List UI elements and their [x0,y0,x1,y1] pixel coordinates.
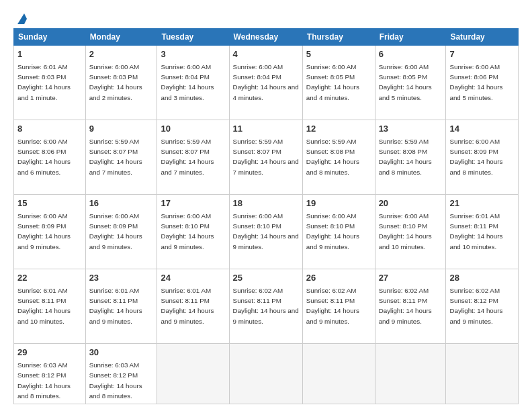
day-info: Sunrise: 6:00 AMSunset: 8:04 PMDaylight:… [233,63,299,101]
calendar-header-wednesday: Wednesday [229,29,302,46]
day-number: 5 [306,48,371,61]
day-info: Sunrise: 6:00 AMSunset: 8:03 PMDaylight:… [89,63,142,101]
day-number: 14 [449,123,515,136]
logo-icon [15,12,27,24]
header [13,12,519,21]
day-info: Sunrise: 5:59 AMSunset: 8:07 PMDaylight:… [161,138,214,176]
day-info: Sunrise: 5:59 AMSunset: 8:07 PMDaylight:… [233,138,299,176]
day-info: Sunrise: 6:01 AMSunset: 8:11 PMDaylight:… [161,287,214,325]
calendar-cell: 11 Sunrise: 5:59 AMSunset: 8:07 PMDaylig… [229,120,302,195]
day-info: Sunrise: 6:02 AMSunset: 8:12 PMDaylight:… [449,287,502,325]
day-number: 26 [306,272,371,285]
calendar-cell [302,344,375,404]
day-number: 9 [89,123,154,136]
day-number: 18 [233,197,299,210]
day-info: Sunrise: 5:59 AMSunset: 8:07 PMDaylight:… [89,138,142,176]
day-number: 10 [161,123,225,136]
calendar-cell [229,344,302,404]
calendar-header-sunday: Sunday [14,29,86,46]
calendar-cell: 8 Sunrise: 6:00 AMSunset: 8:06 PMDayligh… [14,120,86,195]
day-info: Sunrise: 5:59 AMSunset: 8:08 PMDaylight:… [306,138,359,176]
calendar-header-monday: Monday [85,29,157,46]
calendar-cell: 30 Sunrise: 6:03 AMSunset: 8:12 PMDaylig… [85,344,157,404]
calendar-body: 1 Sunrise: 6:01 AMSunset: 8:03 PMDayligh… [14,46,519,404]
day-info: Sunrise: 6:00 AMSunset: 8:06 PMDaylight:… [449,63,502,101]
day-number: 22 [17,272,82,285]
calendar-week-row: 22 Sunrise: 6:01 AMSunset: 8:11 PMDaylig… [14,269,519,344]
day-info: Sunrise: 5:59 AMSunset: 8:08 PMDaylight:… [379,138,432,176]
calendar-cell: 21 Sunrise: 6:01 AMSunset: 8:11 PMDaylig… [446,195,519,269]
day-info: Sunrise: 6:00 AMSunset: 8:10 PMDaylight:… [233,212,299,250]
calendar-cell: 19 Sunrise: 6:00 AMSunset: 8:10 PMDaylig… [302,195,375,269]
calendar-cell: 26 Sunrise: 6:02 AMSunset: 8:11 PMDaylig… [302,269,375,344]
calendar-cell: 2 Sunrise: 6:00 AMSunset: 8:03 PMDayligh… [85,46,157,120]
calendar-cell: 27 Sunrise: 6:02 AMSunset: 8:11 PMDaylig… [375,269,446,344]
calendar-cell: 7 Sunrise: 6:00 AMSunset: 8:06 PMDayligh… [446,46,519,120]
day-info: Sunrise: 6:02 AMSunset: 8:11 PMDaylight:… [306,287,359,325]
calendar-cell: 4 Sunrise: 6:00 AMSunset: 8:04 PMDayligh… [229,46,302,120]
day-info: Sunrise: 6:01 AMSunset: 8:03 PMDaylight:… [17,63,71,101]
calendar-cell: 10 Sunrise: 5:59 AMSunset: 8:07 PMDaylig… [157,120,229,195]
calendar-cell: 29 Sunrise: 6:03 AMSunset: 8:12 PMDaylig… [14,344,86,404]
day-info: Sunrise: 6:00 AMSunset: 8:09 PMDaylight:… [17,212,71,250]
calendar-cell: 22 Sunrise: 6:01 AMSunset: 8:11 PMDaylig… [14,269,86,344]
day-info: Sunrise: 6:03 AMSunset: 8:12 PMDaylight:… [89,361,142,400]
day-number: 1 [17,48,82,61]
day-number: 20 [379,197,443,210]
day-number: 8 [17,123,82,136]
calendar-header-friday: Friday [375,29,446,46]
calendar-cell: 24 Sunrise: 6:01 AMSunset: 8:11 PMDaylig… [157,269,229,344]
calendar-cell: 28 Sunrise: 6:02 AMSunset: 8:12 PMDaylig… [446,269,519,344]
calendar-cell: 18 Sunrise: 6:00 AMSunset: 8:10 PMDaylig… [229,195,302,269]
day-number: 3 [161,48,225,61]
calendar-cell [446,344,519,404]
day-info: Sunrise: 6:02 AMSunset: 8:11 PMDaylight:… [379,287,432,325]
calendar-cell: 23 Sunrise: 6:01 AMSunset: 8:11 PMDaylig… [85,269,157,344]
calendar-header-saturday: Saturday [446,29,519,46]
calendar-week-row: 1 Sunrise: 6:01 AMSunset: 8:03 PMDayligh… [14,46,519,120]
day-number: 6 [379,48,443,61]
day-number: 11 [233,123,299,136]
calendar-week-row: 29 Sunrise: 6:03 AMSunset: 8:12 PMDaylig… [14,344,519,404]
calendar-cell: 16 Sunrise: 6:00 AMSunset: 8:09 PMDaylig… [85,195,157,269]
day-number: 29 [17,347,82,359]
calendar-cell: 15 Sunrise: 6:00 AMSunset: 8:09 PMDaylig… [14,195,86,269]
day-info: Sunrise: 6:01 AMSunset: 8:11 PMDaylight:… [17,287,71,325]
logo [13,12,27,21]
calendar-cell: 13 Sunrise: 5:59 AMSunset: 8:08 PMDaylig… [375,120,446,195]
calendar-cell: 20 Sunrise: 6:00 AMSunset: 8:10 PMDaylig… [375,195,446,269]
day-number: 27 [379,272,443,285]
day-info: Sunrise: 6:00 AMSunset: 8:04 PMDaylight:… [161,63,214,101]
calendar-table: SundayMondayTuesdayWednesdayThursdayFrid… [13,28,519,404]
day-info: Sunrise: 6:00 AMSunset: 8:10 PMDaylight:… [161,212,214,250]
day-number: 19 [306,197,371,210]
day-number: 2 [89,48,154,61]
calendar-header-thursday: Thursday [302,29,375,46]
day-info: Sunrise: 6:00 AMSunset: 8:10 PMDaylight:… [379,212,432,250]
day-info: Sunrise: 6:01 AMSunset: 8:11 PMDaylight:… [449,212,502,250]
calendar-week-row: 8 Sunrise: 6:00 AMSunset: 8:06 PMDayligh… [14,120,519,195]
day-number: 15 [17,197,82,210]
day-number: 12 [306,123,371,136]
calendar-cell: 1 Sunrise: 6:01 AMSunset: 8:03 PMDayligh… [14,46,86,120]
day-number: 13 [379,123,443,136]
calendar-cell: 14 Sunrise: 6:00 AMSunset: 8:09 PMDaylig… [446,120,519,195]
calendar-header-tuesday: Tuesday [157,29,229,46]
calendar-cell: 3 Sunrise: 6:00 AMSunset: 8:04 PMDayligh… [157,46,229,120]
calendar-cell: 17 Sunrise: 6:00 AMSunset: 8:10 PMDaylig… [157,195,229,269]
day-info: Sunrise: 6:00 AMSunset: 8:06 PMDaylight:… [17,138,71,176]
day-number: 23 [89,272,154,285]
calendar-cell: 5 Sunrise: 6:00 AMSunset: 8:05 PMDayligh… [302,46,375,120]
day-number: 30 [89,347,154,359]
day-info: Sunrise: 6:00 AMSunset: 8:10 PMDaylight:… [306,212,359,250]
day-info: Sunrise: 6:03 AMSunset: 8:12 PMDaylight:… [17,361,71,400]
day-info: Sunrise: 6:00 AMSunset: 8:05 PMDaylight:… [306,63,359,101]
day-number: 17 [161,197,225,210]
calendar-cell: 25 Sunrise: 6:02 AMSunset: 8:11 PMDaylig… [229,269,302,344]
day-info: Sunrise: 6:00 AMSunset: 8:09 PMDaylight:… [449,138,502,176]
calendar-header-row: SundayMondayTuesdayWednesdayThursdayFrid… [14,29,519,46]
day-number: 4 [233,48,299,61]
svg-marker-0 [17,13,27,24]
calendar-cell: 6 Sunrise: 6:00 AMSunset: 8:05 PMDayligh… [375,46,446,120]
calendar-week-row: 15 Sunrise: 6:00 AMSunset: 8:09 PMDaylig… [14,195,519,269]
